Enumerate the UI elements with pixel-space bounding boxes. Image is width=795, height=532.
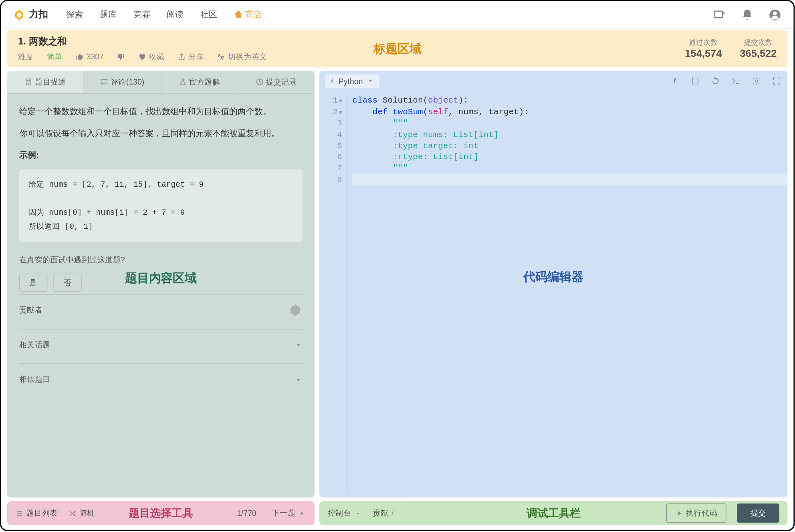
editor-panel: Python i 1▼ 2▼ 3 4 5 [319, 71, 787, 498]
doc-icon [25, 78, 32, 86]
line-gutter: 1▼ 2▼ 3 4 5 6 7 8 [319, 95, 347, 494]
tab-solution[interactable]: 官方题解 [161, 71, 238, 93]
logo[interactable]: 力扣 [13, 8, 48, 21]
playground-icon[interactable] [713, 8, 726, 21]
no-button[interactable]: 否 [53, 274, 81, 292]
braces-icon[interactable] [690, 76, 700, 86]
difficulty-label: 难度 [18, 51, 34, 62]
nav-community[interactable]: 社区 [200, 9, 217, 20]
flask-icon [179, 78, 186, 86]
random-button[interactable]: 随机 [69, 508, 95, 518]
nav-shop[interactable]: 商店 [234, 9, 262, 20]
terminal-icon[interactable] [731, 76, 741, 86]
problem-title: 1. 两数之和 [18, 35, 267, 48]
svg-point-7 [755, 80, 757, 82]
debug-toolbar: 控制台 贡献 i 调试工具栏 执行代码 提交 [319, 501, 787, 525]
fullscreen-icon[interactable] [772, 76, 781, 86]
accepted-stat: 通过次数 154,574 [685, 38, 722, 60]
desc-p2: 你可以假设每个输入只对应一种答案，且同样的元素不能被重复利用。 [19, 125, 303, 141]
caret-down-icon [354, 509, 362, 517]
nav-right [713, 8, 782, 21]
shop-icon [234, 10, 242, 19]
yes-no-buttons: 是 否 [19, 274, 303, 292]
description-body: 给定一个整数数组和一个目标值，找出数组中和为目标值的两个数。 你可以假设每个输入… [7, 94, 315, 498]
yes-button[interactable]: 是 [19, 274, 47, 292]
nav-problems[interactable]: 题库 [100, 9, 117, 20]
similar-problems-section[interactable]: 相似题目 [19, 363, 303, 395]
language-select[interactable]: Python [325, 74, 380, 88]
submissions-value: 365,522 [740, 48, 777, 60]
chevron-down-icon [294, 375, 303, 384]
example-label: 示例: [19, 147, 303, 163]
console-button[interactable]: 控制台 [328, 508, 362, 518]
related-topics-section[interactable]: 相关话题 [19, 328, 303, 361]
run-code-button[interactable]: 执行代码 [666, 504, 726, 523]
title-left: 1. 两数之和 难度 简单 3307 收藏 分享 [18, 35, 267, 62]
interview-question: 在真实的面试中遇到过这道题? [19, 253, 303, 268]
contributors-section[interactable]: 贡献者 [19, 294, 303, 326]
problem-nav-overlay-label: 题目选择工具 [129, 506, 194, 520]
chevron-right-icon [299, 509, 306, 517]
left-tabs: 题目描述 评论(130) 官方题解 提交记录 [7, 71, 315, 94]
bell-icon[interactable] [741, 8, 754, 21]
share-icon [178, 53, 185, 60]
play-icon [675, 509, 683, 517]
translate-icon [217, 53, 225, 60]
chevron-down-icon [294, 341, 303, 349]
bottom-bars: 题目列表 随机 题目选择工具 1/770 下一题 控制台 贡献 i 调 [1, 501, 793, 530]
submissions-stat: 提交次数 365,522 [740, 38, 777, 60]
title-meta: 难度 简单 3307 收藏 分享 [18, 51, 267, 62]
top-nav: 力扣 探索 题库 竞赛 阅读 社区 商店 [1, 1, 793, 29]
leetcode-logo-icon [288, 303, 303, 318]
debug-overlay-label: 调试工具栏 [527, 506, 581, 520]
nav-items: 探索 题库 竞赛 阅读 社区 商店 [66, 9, 262, 20]
code-editor[interactable]: 1▼ 2▼ 3 4 5 6 7 8 class Solution(object)… [319, 91, 787, 498]
svg-rect-0 [715, 11, 722, 17]
code-content[interactable]: class Solution(object): def twoSum(self,… [347, 95, 788, 494]
submit-button[interactable]: 提交 [737, 504, 779, 523]
page-indicator: 1/770 [237, 509, 256, 518]
switch-language-button[interactable]: 切换为英文 [217, 51, 267, 62]
thumbs-up-icon [76, 53, 83, 60]
like-button[interactable]: 3307 [76, 52, 104, 61]
brand-text: 力扣 [29, 8, 48, 21]
favorite-button[interactable]: 收藏 [138, 51, 164, 62]
history-icon [256, 78, 263, 86]
difficulty-value: 简单 [47, 51, 63, 62]
desc-p1: 给定一个整数数组和一个目标值，找出数组中和为目标值的两个数。 [19, 103, 303, 119]
settings-icon[interactable] [751, 76, 761, 86]
problem-list-button[interactable]: 题目列表 [16, 508, 58, 518]
nav-explore[interactable]: 探索 [66, 9, 83, 20]
accepted-value: 154,574 [685, 48, 722, 60]
editor-toolbar: Python i [319, 71, 787, 91]
tab-submissions[interactable]: 提交记录 [238, 71, 315, 93]
tab-comments[interactable]: 评论(130) [84, 71, 161, 93]
description-panel: 题目描述 评论(130) 官方题解 提交记录 给定一个整数数组和一个目标值，找出… [7, 71, 315, 498]
contribute-button[interactable]: 贡献 i [373, 508, 393, 518]
problem-nav-bar: 题目列表 随机 题目选择工具 1/770 下一题 [7, 501, 315, 525]
shuffle-icon [69, 509, 76, 517]
comment-icon [100, 78, 108, 86]
main-area: 题目描述 评论(130) 官方题解 提交记录 给定一个整数数组和一个目标值，找出… [1, 67, 793, 501]
user-icon[interactable] [768, 8, 781, 21]
thumbs-down-icon [117, 53, 125, 60]
reset-icon[interactable] [711, 76, 720, 86]
share-button[interactable]: 分享 [178, 51, 204, 62]
nav-read[interactable]: 阅读 [167, 9, 184, 20]
nav-contest[interactable]: 竞赛 [133, 9, 150, 20]
tab-description[interactable]: 题目描述 [7, 71, 84, 93]
svg-text:i: i [674, 77, 676, 84]
accepted-label: 通过次数 [689, 38, 718, 48]
info-icon: i [391, 509, 393, 518]
svg-point-2 [773, 11, 777, 15]
submissions-label: 提交次数 [744, 38, 773, 48]
heart-icon [138, 53, 145, 60]
example-box: 给定 nums = [2, 7, 11, 15], target = 9 因为 … [19, 169, 303, 242]
next-problem-button[interactable]: 下一题 [272, 508, 306, 518]
title-overlay-label: 标题区域 [373, 40, 422, 56]
logo-icon [13, 9, 25, 21]
info-icon[interactable]: i [670, 76, 680, 86]
chevron-down-icon [367, 77, 375, 85]
title-bar: 1. 两数之和 难度 简单 3307 收藏 分享 [7, 30, 787, 67]
dislike-button[interactable] [117, 53, 125, 60]
